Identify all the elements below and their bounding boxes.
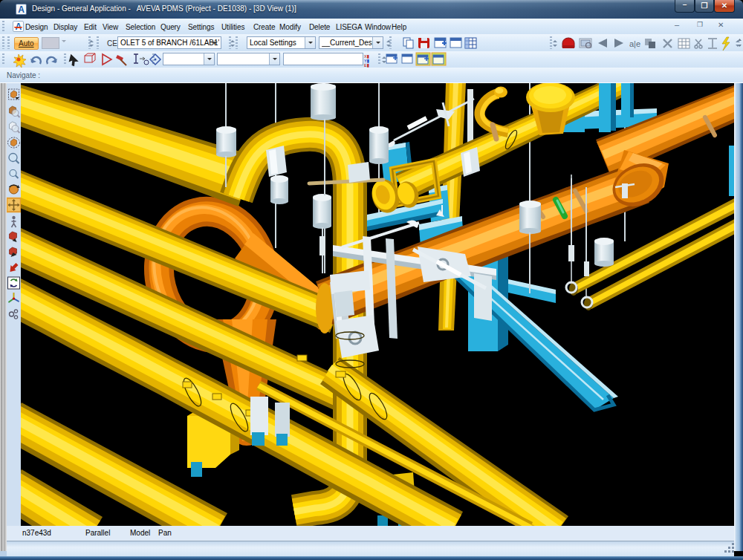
svg-text:E▮: E▮ — [364, 63, 369, 68]
svg-text:a|e: a|e — [629, 39, 640, 48]
